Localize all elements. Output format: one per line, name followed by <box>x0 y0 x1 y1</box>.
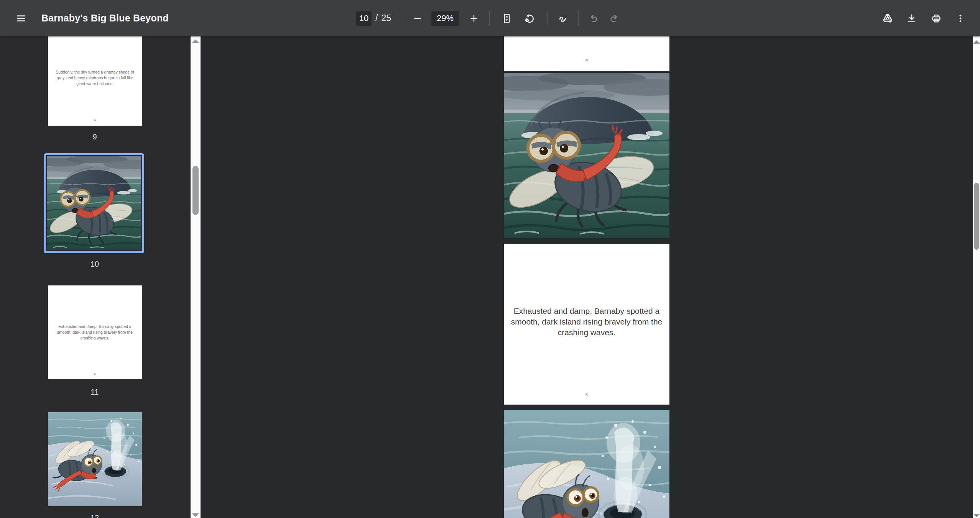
thumbnail-text: Suddenly, the sky turned a grumpy shade … <box>48 69 142 87</box>
hamburger-icon <box>16 13 26 23</box>
thumbnail-image-blowhole <box>48 412 142 506</box>
annotate-pen-icon <box>557 13 568 24</box>
add-to-drive-button[interactable] <box>879 10 896 27</box>
thumbnail-image-whale-hump <box>47 156 141 250</box>
main-scroll-up-arrow[interactable] <box>973 40 980 44</box>
main-scroll-down-arrow[interactable] <box>973 514 980 517</box>
page-count: / 25 <box>375 0 391 36</box>
print-button[interactable] <box>928 10 945 27</box>
download-icon <box>906 13 917 24</box>
plus-icon <box>469 13 479 23</box>
sidebar-scrollbar[interactable] <box>191 36 201 518</box>
thumbnail-page-9[interactable]: Suddenly, the sky turned a grumpy shade … <box>48 36 142 126</box>
page-total: 25 <box>381 13 391 23</box>
thumbnail-label-12: 12 <box>0 513 189 518</box>
thumbnail-page-12[interactable] <box>48 412 142 506</box>
illustration-whale-hump <box>504 73 669 238</box>
undo-button[interactable] <box>585 10 602 27</box>
thumbnail-page-footer: 4 <box>48 118 142 122</box>
toolbar-separator <box>548 11 548 25</box>
main-scrollbar[interactable] <box>973 36 980 518</box>
story-text: Exhausted and damp, Barnaby spotted a sm… <box>504 306 669 338</box>
rotate-counterclockwise-icon <box>524 13 534 24</box>
thumbnail-text: Exhausted and damp, Barnaby spotted a sm… <box>48 324 142 341</box>
zoom-level-input[interactable] <box>431 11 459 26</box>
thumbnail-label-10: 10 <box>0 260 189 269</box>
thumbnail-label-9: 9 <box>0 133 189 141</box>
thumbnail-page-footer: 5 <box>48 372 142 375</box>
redo-button[interactable] <box>606 10 623 27</box>
annotate-button[interactable] <box>554 10 571 27</box>
zoom-in-button[interactable] <box>465 10 482 27</box>
page-12-image-partial <box>504 410 669 518</box>
undo-icon <box>588 13 599 24</box>
page-11-text: Exhausted and damp, Barnaby spotted a sm… <box>504 244 669 405</box>
thumbnail-panel: Suddenly, the sky turned a grumpy shade … <box>0 36 191 518</box>
page-divider: / <box>375 13 378 23</box>
toolbar-separator <box>489 11 490 25</box>
main-scrollbar-thumb[interactable] <box>974 183 979 250</box>
pdf-toolbar: Barnaby's Big Blue Beyond / 25 <box>0 0 980 36</box>
fit-to-page-button[interactable] <box>498 10 515 27</box>
minus-icon <box>413 13 423 23</box>
add-to-drive-icon <box>882 13 893 24</box>
menu-button[interactable] <box>13 10 30 27</box>
document-title: Barnaby's Big Blue Beyond <box>41 0 169 36</box>
download-button[interactable] <box>903 10 920 27</box>
kebab-menu-icon <box>955 13 965 23</box>
thumbnail-label-11: 11 <box>0 388 189 397</box>
page-number-input[interactable] <box>356 11 372 26</box>
zoom-out-button[interactable] <box>409 10 426 27</box>
document-viewer: 4 Exhausted and damp, Barnaby spotted a … <box>191 36 973 518</box>
page-footer-number: 4 <box>504 58 669 62</box>
fit-to-page-icon <box>502 13 512 24</box>
sidebar-scroll-down-arrow[interactable] <box>192 513 199 517</box>
toolbar-separator <box>404 11 404 25</box>
sidebar-scroll-up-arrow[interactable] <box>192 39 199 43</box>
rotate-button[interactable] <box>521 10 538 27</box>
redo-icon <box>609 13 620 24</box>
sidebar-scrollbar-thumb[interactable] <box>192 166 199 215</box>
page-footer-number: 5 <box>504 392 669 397</box>
page-10-image <box>504 73 669 238</box>
print-icon <box>931 13 942 24</box>
illustration-blowhole-spout <box>504 410 669 518</box>
more-options-button[interactable] <box>952 10 969 27</box>
thumbnail-page-10-selected[interactable] <box>44 153 144 253</box>
toolbar-separator <box>578 11 579 25</box>
page-9-bottom-partial: 4 <box>504 36 669 71</box>
thumbnail-page-11[interactable]: Exhausted and damp, Barnaby spotted a sm… <box>48 285 142 379</box>
